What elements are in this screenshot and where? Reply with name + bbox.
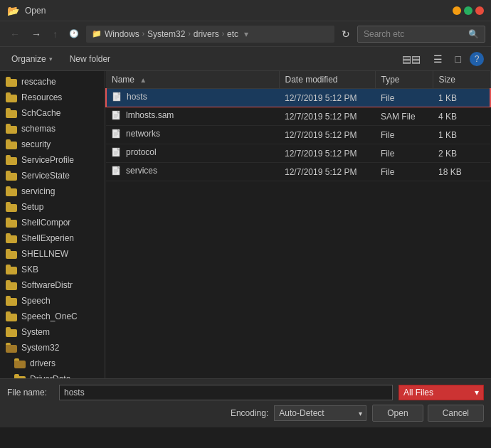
sidebar-item-servicing[interactable]: servicing bbox=[0, 183, 105, 199]
search-input[interactable] bbox=[364, 29, 464, 39]
filetype-label: All Files bbox=[403, 388, 433, 398]
sidebar-item-resources[interactable]: Resources bbox=[0, 90, 105, 105]
folder-icon bbox=[6, 218, 17, 228]
sidebar-item-shellnew[interactable]: SHELLNEW bbox=[0, 246, 105, 262]
sidebar-item-speech-onec[interactable]: Speech_OneC bbox=[0, 309, 105, 324]
file-name-cell: lmhosts.sam bbox=[106, 107, 279, 126]
file-table: Name ▲ Date modified Type Size bbox=[105, 71, 491, 181]
sidebar-label: DriverData bbox=[30, 374, 70, 378]
breadcrumb[interactable]: 📁 Windows › System32 › drivers › etc ▾ bbox=[86, 26, 334, 43]
minimize-button[interactable] bbox=[453, 6, 461, 15]
column-name-label: Name bbox=[112, 75, 134, 85]
new-folder-button[interactable]: New folder bbox=[65, 51, 115, 67]
sidebar-item-security[interactable]: security bbox=[0, 137, 105, 152]
refresh-button[interactable]: ↻ bbox=[337, 26, 354, 43]
sidebar-item-drivers[interactable]: drivers bbox=[0, 356, 105, 371]
maximize-button[interactable] bbox=[464, 6, 472, 15]
back-button[interactable]: ← bbox=[6, 26, 24, 43]
folder-icon bbox=[6, 156, 17, 165]
help-button[interactable]: ? bbox=[470, 52, 484, 66]
up-button[interactable]: ↑ bbox=[48, 26, 62, 43]
folder-icon bbox=[6, 297, 17, 306]
sidebar-item-shellcompor[interactable]: ShellCompor bbox=[0, 215, 105, 230]
folder-icon bbox=[6, 312, 17, 321]
table-row[interactable]: services 12/7/2019 5:12 PM File 18 KB bbox=[106, 163, 490, 181]
encoding-row: Encoding: Auto-Detect UTF-8 UTF-16 ASCII… bbox=[7, 405, 484, 422]
file-name-cell: services bbox=[106, 163, 279, 181]
breadcrumb-segment: 📁 bbox=[92, 29, 102, 38]
action-buttons: Open Cancel bbox=[372, 405, 484, 422]
new-folder-label: New folder bbox=[70, 54, 110, 64]
column-size[interactable]: Size bbox=[433, 71, 490, 89]
file-name-cell: networks bbox=[106, 126, 279, 144]
folder-icon bbox=[6, 109, 17, 118]
file-icon: protocol bbox=[112, 147, 157, 157]
breadcrumb-sep-2: › bbox=[188, 30, 190, 38]
table-row[interactable]: hosts 12/7/2019 5:12 PM File 1 KB bbox=[106, 89, 490, 107]
recent-button[interactable]: 🕐 bbox=[65, 26, 83, 41]
sidebar-label: Setup bbox=[21, 202, 43, 212]
column-date[interactable]: Date modified bbox=[279, 71, 375, 89]
breadcrumb-drivers: drivers bbox=[194, 29, 219, 39]
breadcrumb-arrow: ▾ bbox=[244, 29, 248, 39]
filename-input[interactable] bbox=[59, 385, 393, 400]
folder-icon bbox=[14, 359, 26, 368]
sidebar-item-driverdata[interactable]: DriverData bbox=[0, 371, 105, 378]
file-name-cell: hosts bbox=[106, 89, 279, 107]
folder-icon bbox=[6, 328, 17, 337]
table-row[interactable]: protocol 12/7/2019 5:12 PM File 2 KB bbox=[106, 144, 490, 163]
folder-icon bbox=[6, 93, 17, 102]
sidebar-item-system32[interactable]: System32 bbox=[0, 340, 105, 356]
view-details-button[interactable]: ▤▤ bbox=[398, 50, 425, 68]
file-date-cell: 12/7/2019 5:12 PM bbox=[279, 126, 375, 144]
organize-button[interactable]: Organize ▾ bbox=[7, 51, 57, 67]
sidebar-label: SKB bbox=[21, 265, 38, 274]
filename-row: File name: All Files ▾ bbox=[7, 385, 484, 400]
view-preview-button[interactable]: □ bbox=[451, 50, 465, 68]
sidebar-label: ServiceProfile bbox=[21, 155, 74, 165]
filetype-chevron: ▾ bbox=[475, 388, 479, 398]
view-list-button[interactable]: ☰ bbox=[429, 50, 447, 68]
sidebar-item-softwaredistr[interactable]: SoftwareDistr bbox=[0, 277, 105, 293]
file-icon: networks bbox=[112, 129, 160, 139]
sidebar-label: SoftwareDistr bbox=[21, 280, 73, 290]
sidebar-item-schemas[interactable]: schemas bbox=[0, 121, 105, 137]
sidebar-item-rescache[interactable]: rescache bbox=[0, 74, 105, 90]
file-name-label: services bbox=[126, 166, 157, 176]
column-name[interactable]: Name ▲ bbox=[106, 71, 279, 89]
file-name-label: lmhosts.sam bbox=[126, 110, 174, 120]
encoding-label: Encoding: bbox=[231, 408, 268, 418]
encoding-select[interactable]: Auto-Detect UTF-8 UTF-16 ASCII bbox=[274, 405, 366, 421]
sidebar-item-shellexperien[interactable]: ShellExperien bbox=[0, 230, 105, 246]
main-content: rescache Resources SchCache schemas secu… bbox=[0, 71, 491, 378]
sidebar-label: drivers bbox=[30, 358, 56, 368]
table-row[interactable]: lmhosts.sam 12/7/2019 5:12 PM SAM File 4… bbox=[106, 107, 490, 126]
file-icon: hosts bbox=[112, 92, 147, 102]
folder-icon bbox=[6, 281, 17, 290]
cancel-button[interactable]: Cancel bbox=[428, 405, 484, 422]
search-box: 🔍 bbox=[357, 26, 485, 43]
filename-label: File name: bbox=[7, 388, 53, 398]
close-button[interactable] bbox=[475, 6, 484, 15]
filetype-dropdown[interactable]: All Files ▾ bbox=[398, 385, 484, 400]
open-button[interactable]: Open bbox=[372, 405, 423, 422]
sidebar-item-schcache[interactable]: SchCache bbox=[0, 105, 105, 121]
sidebar-item-system[interactable]: System bbox=[0, 324, 105, 340]
sidebar-item-speech[interactable]: Speech bbox=[0, 293, 105, 309]
folder-icon bbox=[6, 124, 17, 134]
folder-icon bbox=[6, 265, 17, 274]
sidebar-item-skb[interactable]: SKB bbox=[0, 262, 105, 277]
window-controls bbox=[453, 6, 484, 15]
folder-icon bbox=[6, 234, 17, 243]
sidebar-label: Speech bbox=[21, 296, 51, 306]
sidebar-item-servicestate[interactable]: ServiceState bbox=[0, 168, 105, 183]
sidebar-item-serviceprofile[interactable]: ServiceProfile bbox=[0, 152, 105, 168]
file-size-cell: 18 KB bbox=[433, 163, 490, 181]
column-type[interactable]: Type bbox=[375, 71, 433, 89]
breadcrumb-system32: System32 bbox=[147, 29, 185, 39]
forward-button[interactable]: → bbox=[27, 26, 46, 43]
sidebar-item-setup[interactable]: Setup bbox=[0, 199, 105, 215]
file-type-cell: File bbox=[375, 144, 433, 163]
table-row[interactable]: networks 12/7/2019 5:12 PM File 1 KB bbox=[106, 126, 490, 144]
file-date-cell: 12/7/2019 5:12 PM bbox=[279, 107, 375, 126]
